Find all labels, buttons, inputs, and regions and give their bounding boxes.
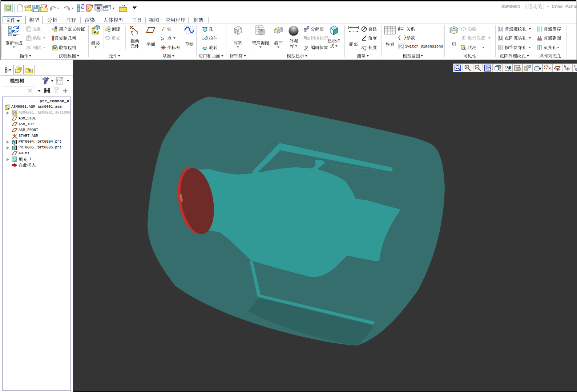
- svg-text:15: 15: [399, 44, 402, 47]
- svg-text:AB: AB: [507, 66, 511, 69]
